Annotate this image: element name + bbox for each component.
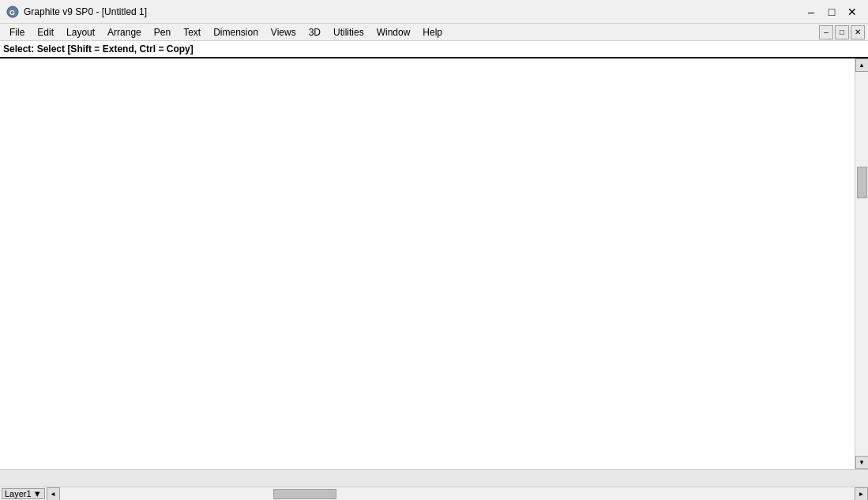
menu-window[interactable]: Window bbox=[370, 25, 417, 39]
menu-edit[interactable]: Edit bbox=[31, 25, 60, 39]
svg-text:G: G bbox=[9, 9, 15, 17]
menu-dimension[interactable]: Dimension bbox=[207, 25, 265, 39]
right-scrollbar: ▲ ▼ bbox=[855, 58, 868, 469]
menu-file[interactable]: File bbox=[3, 25, 31, 39]
app-icon: G bbox=[6, 6, 19, 18]
bottom-status-bar bbox=[0, 469, 868, 487]
menu-pen[interactable]: Pen bbox=[148, 25, 177, 39]
close-button[interactable]: ✕ bbox=[843, 2, 862, 21]
h-scroll-track[interactable] bbox=[60, 487, 855, 500]
title-bar-controls: – □ ✕ bbox=[802, 2, 862, 21]
command-bar: Select: Select [Shift = Extend, Ctrl = C… bbox=[0, 41, 868, 58]
title-bar: G Graphite v9 SP0 - [Untitled 1] – □ ✕ bbox=[0, 0, 868, 24]
h-scroll-thumb[interactable] bbox=[273, 489, 336, 499]
layer-tab[interactable]: Layer1▼ bbox=[0, 487, 47, 500]
title-text: Graphite v9 SP0 - [Untitled 1] bbox=[24, 6, 147, 17]
bottom-scrollbar-row: Layer1▼ ◄ ► bbox=[0, 487, 868, 500]
scroll-down-button[interactable]: ▼ bbox=[855, 456, 869, 469]
menu-arrange[interactable]: Arrange bbox=[101, 25, 148, 39]
maximize-button[interactable]: □ bbox=[822, 2, 841, 21]
right-scroll-track[interactable] bbox=[855, 72, 868, 456]
menu-views[interactable]: Views bbox=[265, 25, 302, 39]
layer-name: Layer1 bbox=[5, 489, 32, 498]
bottom-area: Layer1▼ ◄ ► bbox=[0, 469, 868, 500]
scroll-up-button[interactable]: ▲ bbox=[855, 58, 869, 72]
menu-bar: File Edit Layout Arrange Pen Text Dimens… bbox=[0, 24, 868, 41]
menu-utilities[interactable]: Utilities bbox=[327, 25, 370, 39]
menu-3d[interactable]: 3D bbox=[302, 25, 327, 39]
inner-maximize-button[interactable]: □ bbox=[835, 25, 849, 39]
inner-window-controls: – □ ✕ bbox=[819, 25, 865, 39]
canvas-area[interactable] bbox=[0, 58, 855, 469]
minimize-button[interactable]: – bbox=[802, 2, 821, 21]
scroll-left-button[interactable]: ◄ bbox=[47, 487, 60, 501]
main-area: ▲ ▼ bbox=[0, 58, 868, 469]
title-bar-left: G Graphite v9 SP0 - [Untitled 1] bbox=[6, 6, 147, 18]
layer-dropdown-icon: ▼ bbox=[33, 489, 42, 498]
menu-layout[interactable]: Layout bbox=[60, 25, 101, 39]
inner-close-button[interactable]: ✕ bbox=[851, 25, 865, 39]
menu-text[interactable]: Text bbox=[177, 25, 207, 39]
layer-label[interactable]: Layer1▼ bbox=[2, 488, 45, 499]
menu-help[interactable]: Help bbox=[416, 25, 449, 39]
inner-minimize-button[interactable]: – bbox=[819, 25, 833, 39]
right-scroll-thumb[interactable] bbox=[857, 167, 867, 198]
scroll-right-button[interactable]: ► bbox=[855, 487, 868, 501]
command-text: Select: Select [Shift = Extend, Ctrl = C… bbox=[3, 43, 194, 55]
